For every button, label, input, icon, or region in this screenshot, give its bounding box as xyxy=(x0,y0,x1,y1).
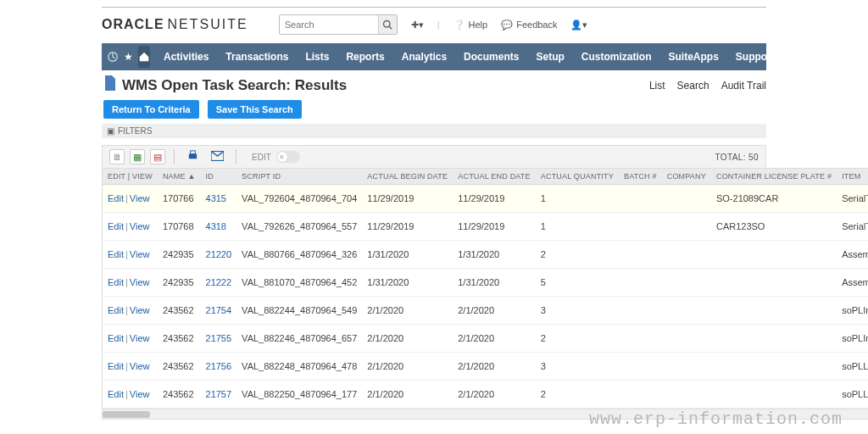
view-link[interactable]: View xyxy=(130,277,150,287)
return-to-criteria-button[interactable]: Return To Criteria xyxy=(103,100,199,119)
svg-rect-3 xyxy=(189,154,197,159)
id-link[interactable]: 21222 xyxy=(206,277,232,287)
svg-line-1 xyxy=(389,26,392,29)
id-link[interactable]: 21756 xyxy=(206,361,232,371)
nav-customization[interactable]: Customization xyxy=(573,44,660,70)
view-link[interactable]: View xyxy=(130,193,150,203)
table-row: Edit|View24293521222VAL_881070_4870964_4… xyxy=(103,269,868,297)
column-header[interactable]: EDIT | VIEW xyxy=(103,169,158,185)
star-icon[interactable]: ★ xyxy=(124,46,133,68)
id-link[interactable]: 4318 xyxy=(206,221,226,231)
create-new-dropdown[interactable]: ✚▾ xyxy=(411,19,424,31)
svg-point-0 xyxy=(384,21,391,28)
column-header[interactable]: ACTUAL BEGIN DATE xyxy=(362,169,453,185)
total-count: TOTAL: 50 xyxy=(715,153,759,162)
view-link[interactable]: View xyxy=(130,333,150,343)
column-header[interactable]: ID xyxy=(201,169,237,185)
logo-oracle: ORACLE xyxy=(102,17,164,32)
column-header[interactable]: SCRIPT ID xyxy=(236,169,362,185)
print-icon[interactable] xyxy=(183,149,203,164)
nav-activities[interactable]: Activities xyxy=(155,44,217,70)
column-header[interactable]: ACTUAL QUANTITY xyxy=(536,169,619,185)
plus-icon: ✚▾ xyxy=(411,19,424,31)
brand-logo: ORACLE NETSUITE xyxy=(102,17,265,32)
id-link[interactable]: 21755 xyxy=(206,333,232,343)
nav-analytics[interactable]: Analytics xyxy=(393,44,455,70)
inline-edit-toggle[interactable]: EDIT ✕ xyxy=(252,151,300,163)
table-row: Edit|View24356221757VAL_882250_4870964_1… xyxy=(103,381,868,409)
edit-link[interactable]: Edit xyxy=(108,333,124,343)
search-icon[interactable] xyxy=(378,15,397,34)
help-icon: ❔ xyxy=(453,19,465,31)
view-link[interactable]: View xyxy=(130,249,150,259)
edit-link[interactable]: Edit xyxy=(108,389,124,399)
edit-link[interactable]: Edit xyxy=(108,361,124,371)
expand-icon: ▣ xyxy=(107,126,114,136)
nav-support[interactable]: Support xyxy=(727,44,783,70)
nav-reports[interactable]: Reports xyxy=(337,44,392,70)
history-icon[interactable] xyxy=(107,46,119,68)
edit-link[interactable]: Edit xyxy=(108,249,124,259)
main-navbar: ★ ActivitiesTransactionsListsReportsAnal… xyxy=(102,43,766,70)
export-csv-icon[interactable]: 🗎 xyxy=(109,149,125,164)
table-row: Edit|View24356221754VAL_882244_4870964_5… xyxy=(103,297,868,325)
person-icon: 👤▾ xyxy=(570,19,587,31)
column-header[interactable]: ACTUAL END DATE xyxy=(453,169,536,185)
filters-bar[interactable]: ▣ FILTERS xyxy=(102,124,766,138)
global-search[interactable] xyxy=(279,14,398,35)
id-link[interactable]: 21754 xyxy=(206,305,232,315)
edit-link[interactable]: Edit xyxy=(108,305,124,315)
column-header[interactable]: COMPANY xyxy=(662,169,711,185)
export-excel-icon[interactable]: ▦ xyxy=(130,149,145,164)
table-row: Edit|View1707664315VAL_792604_4870964_70… xyxy=(103,185,868,213)
home-icon[interactable] xyxy=(138,46,150,68)
logo-netsuite: NETSUITE xyxy=(168,17,248,32)
role-dropdown[interactable]: 👤▾ xyxy=(570,19,587,31)
id-link[interactable]: 4315 xyxy=(206,193,226,203)
edit-link[interactable]: Edit xyxy=(108,277,124,287)
id-link[interactable]: 21757 xyxy=(206,389,232,399)
export-pdf-icon[interactable]: ▤ xyxy=(150,149,165,164)
page-title: WMS Open Task Search: Results xyxy=(122,77,347,94)
nav-suiteapps[interactable]: SuiteApps xyxy=(659,44,726,70)
page-icon xyxy=(103,75,117,95)
view-link[interactable]: View xyxy=(130,361,150,371)
svg-rect-4 xyxy=(191,151,196,154)
table-row: Edit|View24293521220VAL_880766_4870964_3… xyxy=(103,241,868,269)
column-header[interactable]: BATCH # xyxy=(619,169,662,185)
nav-documents[interactable]: Documents xyxy=(455,44,527,70)
page-link-list[interactable]: List xyxy=(649,80,665,92)
nav-transactions[interactable]: Transactions xyxy=(217,44,297,70)
page-link-audit-trail[interactable]: Audit Trail xyxy=(721,80,766,92)
results-table: EDIT | VIEWNAME ▲IDSCRIPT IDACTUAL BEGIN… xyxy=(103,169,868,409)
edit-link[interactable]: Edit xyxy=(108,193,124,203)
page-link-search[interactable]: Search xyxy=(677,80,709,92)
column-header[interactable]: CONTAINER LICENSE PLATE # xyxy=(711,169,837,185)
table-row: Edit|View1707684318VAL_792626_4870964_55… xyxy=(103,213,868,241)
speech-icon: 💬 xyxy=(501,19,513,31)
edit-link[interactable]: Edit xyxy=(108,221,124,231)
save-this-search-button[interactable]: Save This Search xyxy=(208,100,302,119)
column-header[interactable]: NAME ▲ xyxy=(158,169,201,185)
nav-setup[interactable]: Setup xyxy=(527,44,572,70)
view-link[interactable]: View xyxy=(130,389,150,399)
column-header[interactable]: ITEM xyxy=(837,169,868,185)
table-row: Edit|View24356221756VAL_882248_4870964_4… xyxy=(103,353,868,381)
email-icon[interactable] xyxy=(208,150,227,164)
watermark: www.erp-information.com xyxy=(589,409,843,420)
id-link[interactable]: 21220 xyxy=(206,249,232,259)
table-row: Edit|View24356221755VAL_882246_4870964_6… xyxy=(103,325,868,353)
help-link[interactable]: ❔ Help xyxy=(453,19,488,31)
nav-lists[interactable]: Lists xyxy=(297,44,337,70)
view-link[interactable]: View xyxy=(130,305,150,315)
feedback-link[interactable]: 💬 Feedback xyxy=(501,19,557,31)
view-link[interactable]: View xyxy=(130,221,150,231)
